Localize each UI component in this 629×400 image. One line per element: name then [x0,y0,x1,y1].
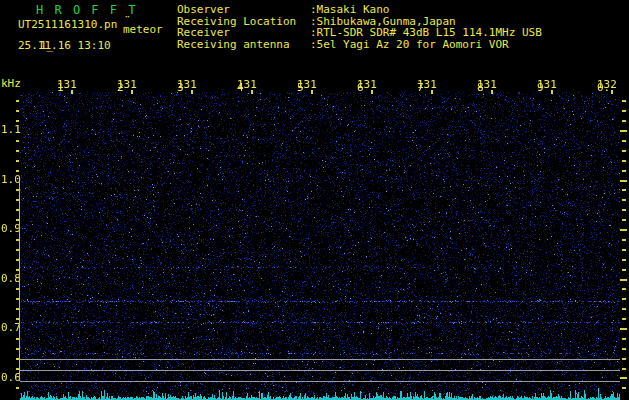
y-tick-right [622,318,626,320]
reference-line-middle [20,370,620,371]
x-tick-mark [491,90,493,94]
y-tick-right [620,377,627,379]
y-tick-right [622,308,626,310]
y-tick-right [622,170,626,172]
y-tick-right [620,229,627,231]
x-tick-mark [551,90,553,94]
y-tick-label: 1.1 [1,124,21,135]
y-tick-right [622,348,626,350]
y-tick-left [16,387,19,389]
y-tick-right [622,209,626,211]
y-tick-right [622,338,626,340]
y-tick-right [620,279,627,281]
y-tick-left [16,100,19,102]
y-tick-right [622,239,626,241]
y-tick-right [622,387,626,389]
x-tick-label: 1318 [477,79,484,90]
x-tick-mark [131,90,133,94]
y-tick-left [16,170,19,172]
y-tick-right [622,160,626,162]
x-tick-mark [191,90,193,94]
y-tick-right [622,140,626,142]
x-tick-mark [371,90,373,94]
y-tick-right [622,368,626,370]
y-tick-right [622,219,626,221]
y-tick-right [622,358,626,360]
x-tick-mark [71,90,73,94]
y-tick-label: 1.0 [1,174,21,185]
y-tick-label: 0.6 [1,372,21,383]
x-tick-label: 1316 [357,79,364,90]
x-tick-mark [251,90,253,94]
x-tick-mark [611,90,613,94]
reference-vertical-line [19,182,20,381]
x-tick-label: 1315 [297,79,304,90]
y-tick-right [622,288,626,290]
x-tick-label: 1314 [237,79,244,90]
x-tick-label: 1312 [117,79,124,90]
y-tick-left [16,160,19,162]
x-tick-label: 1313 [177,79,184,90]
x-tick-label: 1311 [57,79,64,90]
y-tick-right [622,150,626,152]
axis-layer: 1311131213131314131513161317131813191320… [0,0,629,400]
x-tick-label: 1319 [537,79,544,90]
y-tick-left [16,120,19,122]
reference-line-upper [20,359,620,360]
y-tick-right [622,199,626,201]
y-tick-right [622,298,626,300]
y-tick-right [622,110,626,112]
y-tick-right [622,100,626,102]
y-tick-label: 0.7 [1,322,21,333]
reference-line-lower [20,381,620,382]
y-tick-label: 0.8 [1,273,21,284]
y-tick-left [16,140,19,142]
y-tick-right [622,259,626,261]
x-tick-label: 1317 [417,79,424,90]
hrofft-window: H R O F F T UT2511161310.pn ¨ meteor 25.… [0,0,629,400]
y-tick-right [622,269,626,271]
y-tick-right [622,120,626,122]
x-tick-label: 1320. [597,79,610,90]
y-tick-right [620,180,627,182]
y-tick-right [622,249,626,251]
x-tick-mark [431,90,433,94]
y-tick-right [620,130,627,132]
y-tick-left [16,110,19,112]
y-tick-label: 0.9 [1,223,21,234]
x-tick-mark [311,90,313,94]
y-tick-right [620,328,627,330]
y-tick-left [16,150,19,152]
y-tick-right [622,189,626,191]
